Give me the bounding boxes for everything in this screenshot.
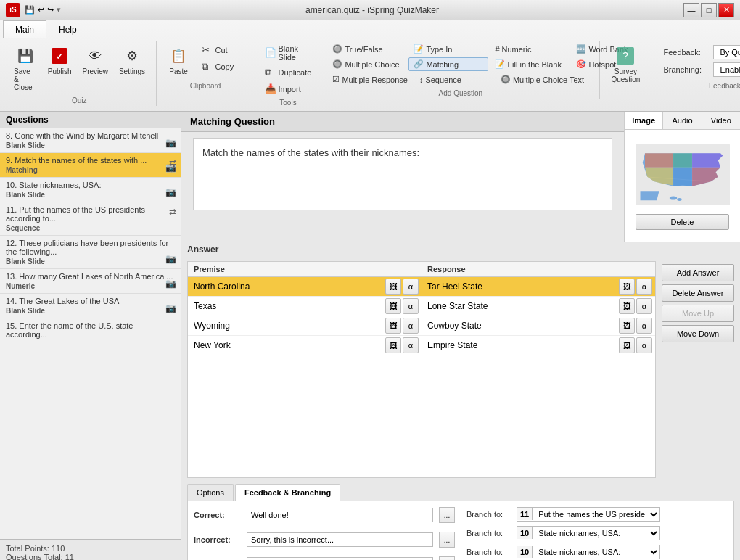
premise-4-text-btn[interactable]: α bbox=[403, 337, 419, 353]
premise-2-img-btn[interactable]: 🖼 bbox=[385, 298, 401, 314]
premise-3-img-btn[interactable]: 🖼 bbox=[385, 318, 401, 334]
matching-icon: 🔗 bbox=[414, 59, 424, 69]
save-close-btn[interactable]: 💾 Save &Close bbox=[9, 42, 41, 95]
answer-table: Premise Response North Carolina 🖼 α bbox=[187, 261, 656, 478]
question-14-type: Blank Slide bbox=[6, 307, 175, 315]
close-btn[interactable]: ✕ bbox=[718, 3, 734, 17]
premise-4-img-btn[interactable]: 🖼 bbox=[385, 337, 401, 353]
ribbon-tab-help[interactable]: Help bbox=[46, 20, 89, 38]
maximize-btn[interactable]: □ bbox=[701, 3, 717, 17]
image-tab[interactable]: Image bbox=[625, 112, 663, 129]
question-item-11[interactable]: 11. Put the names of the US presidents a… bbox=[0, 202, 181, 236]
answer-row-4[interactable]: New York 🖼 α Empire State 🖼 α bbox=[188, 336, 655, 355]
question-item-8[interactable]: 8. Gone with the Wind by Margaret Mitche… bbox=[0, 128, 181, 153]
branch-select-2[interactable]: State nicknames, USA: Put the names the … bbox=[533, 527, 659, 540]
quick-redo[interactable]: ↪ bbox=[47, 5, 54, 15]
premise-1-img-btn[interactable]: 🖼 bbox=[385, 279, 401, 295]
type-in-btn[interactable]: 📝 Type In bbox=[408, 42, 488, 56]
blank-slide-btn[interactable]: 📄 Blank Slide bbox=[261, 42, 316, 64]
branch-select-3[interactable]: State nicknames, USA: Put the names the … bbox=[533, 545, 659, 559]
window-title: american.quiz - iSpring QuizMaker bbox=[61, 5, 683, 15]
import-btn[interactable]: 📥 Import bbox=[261, 81, 316, 97]
response-4-img-btn[interactable]: 🖼 bbox=[619, 337, 635, 353]
paste-btn[interactable]: 📋 Paste bbox=[163, 42, 195, 79]
settings-btn[interactable]: ⚙ Settings bbox=[115, 42, 150, 95]
premise-1-text-btn[interactable]: α bbox=[403, 279, 419, 295]
premise-2-text-btn[interactable]: α bbox=[403, 298, 419, 314]
correct-expand-btn[interactable]: ... bbox=[439, 507, 455, 523]
response-1-text-btn[interactable]: α bbox=[636, 279, 652, 295]
true-false-btn[interactable]: 🔘 True/False bbox=[327, 42, 407, 56]
response-4-btns: 🖼 α bbox=[616, 336, 655, 355]
response-1-img-btn[interactable]: 🖼 bbox=[619, 279, 635, 295]
premise-2-btns: 🖼 α bbox=[382, 297, 422, 316]
multiple-choice-text-btn[interactable]: 🔘 Multiple Choice Text bbox=[496, 73, 589, 86]
question-item-13[interactable]: 13. How many Great Lakes of North Americ… bbox=[0, 269, 181, 294]
svg-point-10 bbox=[677, 198, 682, 201]
publish-btn[interactable]: ✓ Publish bbox=[43, 42, 76, 95]
survey-label: SurveyQuestion bbox=[611, 67, 640, 83]
delete-answer-btn[interactable]: Delete Answer bbox=[662, 284, 734, 302]
quick-save[interactable]: 💾 bbox=[25, 5, 35, 15]
branch-select-1-wrapper: 11 Put the names the US preside State ni… bbox=[517, 507, 660, 522]
video-tab[interactable]: Video bbox=[702, 112, 740, 129]
response-4-text-btn[interactable]: α bbox=[636, 337, 652, 353]
response-2-text-btn[interactable]: α bbox=[636, 298, 652, 314]
sequence-btn[interactable]: ↕ Sequence bbox=[414, 73, 494, 86]
settings-icon: ⚙ bbox=[122, 46, 142, 66]
branching-select[interactable]: Enabled Disabled bbox=[713, 62, 740, 77]
question-item-9[interactable]: 9. Match the names of the states with ..… bbox=[0, 153, 181, 178]
matching-label: Matching bbox=[426, 60, 459, 69]
add-answer-btn[interactable]: Add Answer bbox=[662, 264, 734, 281]
ribbon-tab-main[interactable]: Main bbox=[3, 20, 46, 38]
response-3-text-btn[interactable]: α bbox=[636, 318, 652, 334]
incorrect-expand-btn[interactable]: ... bbox=[439, 532, 455, 548]
partial-expand-btn[interactable]: ... bbox=[439, 556, 455, 560]
fill-blank-btn[interactable]: 📝 Fill in the Blank bbox=[490, 57, 570, 71]
matching-btn[interactable]: 🔗 Matching bbox=[408, 57, 488, 71]
quick-undo[interactable]: ↩ bbox=[38, 5, 44, 15]
type-in-label: Type In bbox=[426, 45, 452, 54]
numeric-btn[interactable]: # Numeric bbox=[490, 42, 570, 56]
question-9-title: 9. Match the names of the states with ..… bbox=[6, 156, 175, 165]
feedback-select[interactable]: By Question By Quiz None bbox=[713, 45, 740, 59]
options-tab[interactable]: Options bbox=[187, 484, 234, 501]
incorrect-input[interactable]: Sorry, this is incorrect... bbox=[247, 532, 433, 547]
move-down-btn[interactable]: Move Down bbox=[662, 325, 734, 342]
question-item-14[interactable]: 14. The Great Lakes of the USA Blank Sli… bbox=[0, 294, 181, 318]
publish-label: Publish bbox=[48, 67, 72, 75]
correct-input[interactable]: Well done! bbox=[247, 508, 433, 522]
multiple-choice-btn[interactable]: 🔘 Multiple Choice bbox=[327, 57, 407, 71]
response-2: Lone Star State bbox=[422, 298, 616, 314]
hotspot-icon: 🎯 bbox=[576, 59, 586, 69]
audio-tab[interactable]: Audio bbox=[663, 112, 702, 129]
ribbon: Main Help 💾 Save &Close ✓ Publish 👁 Prev… bbox=[0, 20, 740, 112]
mc-text-icon: 🔘 bbox=[501, 75, 511, 84]
answer-row-2[interactable]: Texas 🖼 α Lone Star State 🖼 α bbox=[188, 297, 655, 316]
question-item-10[interactable]: 10. State nicknames, USA: Blank Slide 📷 bbox=[0, 178, 181, 202]
minimize-btn[interactable]: — bbox=[683, 3, 699, 17]
feedback-branching-tab[interactable]: Feedback & Branching bbox=[235, 484, 340, 501]
branching-row: Branching: Enabled Disabled bbox=[663, 62, 740, 77]
response-2-img-btn[interactable]: 🖼 bbox=[619, 298, 635, 314]
survey-icon: ? bbox=[615, 46, 636, 66]
preview-btn[interactable]: 👁 Preview bbox=[78, 42, 112, 95]
branch-select-1[interactable]: Put the names the US preside State nickn… bbox=[533, 508, 659, 521]
image-delete-btn[interactable]: Delete bbox=[636, 214, 729, 230]
multiple-response-icon: ☑ bbox=[332, 75, 340, 84]
question-11-title: 11. Put the names of the US presidents a… bbox=[6, 205, 175, 223]
question-15-title: 15. Enter the name of the U.S. state acc… bbox=[6, 321, 175, 339]
answer-row-1[interactable]: North Carolina 🖼 α Tar Heel State 🖼 α bbox=[188, 277, 655, 297]
partial-input[interactable]: This is slightly incorrect... bbox=[247, 557, 433, 560]
answer-row-3[interactable]: Wyoming 🖼 α Cowboy State 🖼 α bbox=[188, 316, 655, 336]
question-item-15[interactable]: 15. Enter the name of the U.S. state acc… bbox=[0, 318, 181, 342]
cut-btn[interactable]: ✂ Cut bbox=[198, 42, 249, 58]
duplicate-btn[interactable]: ⧉ Duplicate bbox=[261, 65, 316, 81]
question-item-12[interactable]: 12. These politicians have been presiden… bbox=[0, 236, 181, 269]
multiple-response-btn[interactable]: ☑ Multiple Response bbox=[327, 73, 413, 86]
survey-question-btn[interactable]: ? SurveyQuestion bbox=[606, 42, 645, 87]
copy-btn[interactable]: ⧉ Copy bbox=[198, 59, 249, 75]
response-3-img-btn[interactable]: 🖼 bbox=[619, 318, 635, 334]
move-up-btn[interactable]: Move Up bbox=[662, 305, 734, 322]
premise-3-text-btn[interactable]: α bbox=[403, 318, 419, 334]
